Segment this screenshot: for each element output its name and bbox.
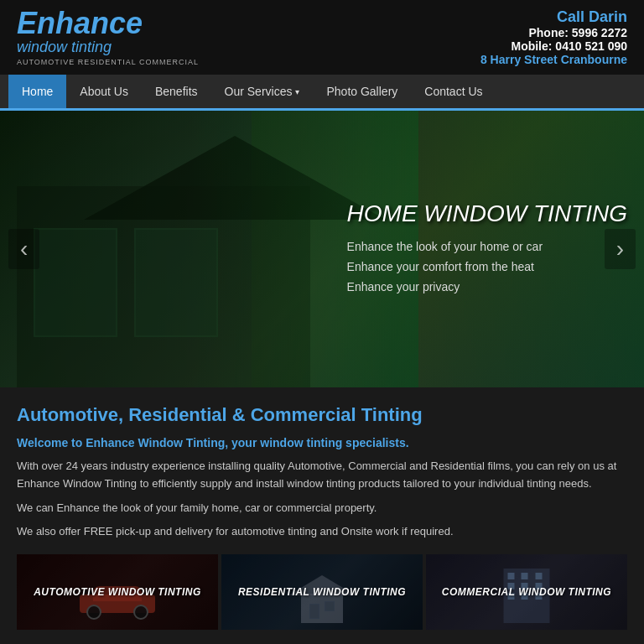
nav-item-gallery[interactable]: Photo Gallery	[313, 75, 411, 108]
hero-slider: HOME WINDOW TINTING Enhance the look of …	[0, 111, 644, 387]
content-para-2: We can Enhance the look of your family h…	[17, 500, 627, 517]
content-para-3: We also offer FREE pick-up and delivery …	[17, 523, 627, 541]
logo-window: window tinting	[17, 39, 199, 56]
logo-enhance: Enhance	[17, 8, 143, 39]
logo: Enhance window tinting AUTOMOTIVE RESIDE…	[17, 8, 199, 66]
service-cards: AUTOMOTIVE WINDOW TINTING RESIDENTIAL WI…	[17, 554, 627, 630]
slider-line-3: Enhance your privacy	[347, 278, 627, 298]
contact-address: 8 Harry Street Cranbourne	[480, 53, 627, 66]
main-nav: Home About Us Benefits Our Services ▾ Ph…	[0, 75, 644, 111]
contact-phone: Phone: 5996 2272	[480, 26, 627, 39]
nav-item-about[interactable]: About Us	[66, 75, 142, 108]
card-com-overlay: COMMERCIAL WINDOW TINTING	[426, 554, 627, 630]
nav-item-contact[interactable]: Contact Us	[411, 75, 496, 108]
slider-next-button[interactable]: ›	[605, 229, 636, 269]
card-res-label: RESIDENTIAL WINDOW TINTING	[235, 583, 409, 601]
card-auto-label: AUTOMOTIVE WINDOW TINTING	[30, 583, 205, 601]
card-auto-overlay: AUTOMOTIVE WINDOW TINTING	[17, 554, 218, 630]
contact-mobile: Mobile: 0410 521 090	[480, 39, 627, 53]
contact-name: Call Darin	[480, 8, 627, 26]
slider-prev-button[interactable]: ‹	[8, 229, 39, 269]
slider-line-1: Enhance the look of your home or car	[347, 237, 627, 257]
nav-item-services[interactable]: Our Services ▾	[211, 75, 314, 108]
content-subtitle: Welcome to Enhance Window Tinting, your …	[17, 436, 627, 449]
nav-item-home[interactable]: Home	[8, 75, 66, 108]
site-header: Enhance window tinting AUTOMOTIVE RESIDE…	[0, 0, 644, 75]
slider-description: Enhance the look of your home or car Enh…	[347, 237, 627, 297]
services-chevron-icon: ▾	[295, 87, 299, 96]
card-commercial[interactable]: COMMERCIAL WINDOW TINTING	[426, 554, 627, 630]
logo-tagline: AUTOMOTIVE RESIDENTIAL COMMERCIAL	[17, 58, 199, 66]
content-title: Automotive, Residential & Commercial Tin…	[17, 404, 627, 426]
slider-title: HOME WINDOW TINTING	[347, 200, 627, 227]
main-content: Automotive, Residential & Commercial Tin…	[0, 387, 644, 644]
card-automotive[interactable]: AUTOMOTIVE WINDOW TINTING	[17, 554, 218, 630]
card-com-label: COMMERCIAL WINDOW TINTING	[439, 583, 615, 601]
card-residential[interactable]: RESIDENTIAL WINDOW TINTING	[221, 554, 423, 630]
contact-info: Call Darin Phone: 5996 2272 Mobile: 0410…	[480, 8, 627, 66]
nav-item-benefits[interactable]: Benefits	[142, 75, 211, 108]
card-res-overlay: RESIDENTIAL WINDOW TINTING	[221, 554, 423, 630]
slider-line-2: Enhance your comfort from the heat	[347, 257, 627, 278]
slider-content: HOME WINDOW TINTING Enhance the look of …	[347, 200, 627, 297]
content-para-1: With over 24 years industry experience i…	[17, 458, 627, 493]
